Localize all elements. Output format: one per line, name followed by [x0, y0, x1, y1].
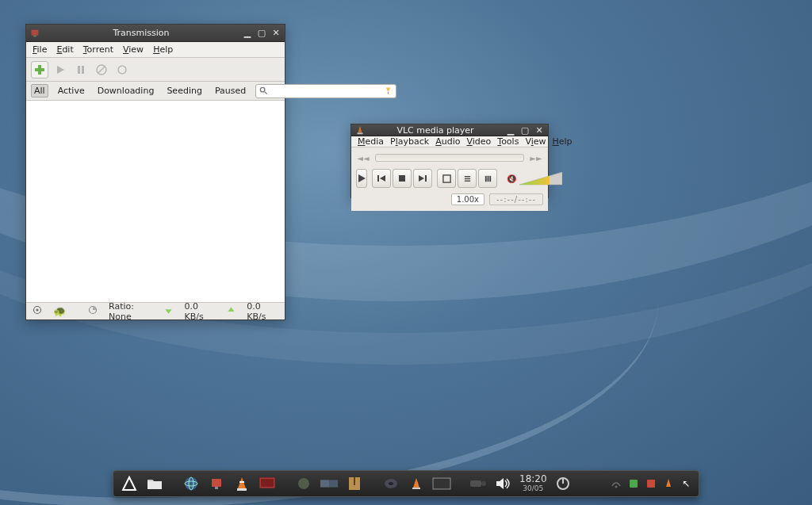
screenshot-icon[interactable] [258, 474, 277, 493]
start-torrent-button[interactable] [52, 61, 69, 78]
transmission-filterbar: All Active Downloading Seeding Paused [26, 82, 285, 101]
add-torrent-button[interactable] [31, 61, 48, 78]
down-speed: 0.0 KB/s [184, 301, 216, 322]
filter-all[interactable]: All [31, 84, 48, 98]
svg-marker-24 [419, 175, 424, 182]
vlc-tray-icon[interactable] [407, 474, 426, 493]
menu-audio[interactable]: Audio [435, 136, 460, 147]
updates-tray-icon[interactable] [627, 477, 640, 490]
vlc-title: VLC media player [369, 125, 502, 136]
svg-rect-3 [35, 68, 44, 71]
menu-help[interactable]: Help [153, 44, 173, 55]
extended-settings-button[interactable] [478, 169, 497, 188]
up-arrow-icon [227, 306, 236, 317]
svg-rect-1 [33, 35, 36, 36]
svg-marker-16 [166, 309, 172, 314]
svg-rect-43 [239, 481, 244, 483]
filter-active[interactable]: Active [55, 84, 88, 98]
close-button[interactable]: ✕ [270, 28, 282, 39]
svg-rect-30 [485, 175, 486, 181]
menu-tools[interactable]: Tools [497, 136, 519, 147]
menu-edit[interactable]: Edit [56, 44, 73, 55]
svg-rect-48 [329, 480, 338, 487]
seek-bar[interactable] [375, 154, 524, 162]
mute-button[interactable]: 🔇 [507, 174, 516, 183]
taskbar-panel[interactable]: 18:20 30/05 ↖ [113, 470, 699, 497]
power-icon[interactable] [553, 474, 573, 493]
vlc-menubar: Media Playback Audio Video Tools View He… [351, 136, 548, 147]
workspace-switcher-icon[interactable] [432, 474, 451, 493]
svg-rect-26 [442, 174, 450, 182]
filter-seeding[interactable]: Seeding [163, 84, 205, 98]
fullscreen-button[interactable] [437, 169, 456, 188]
menu-file[interactable]: File [33, 44, 47, 55]
file-manager-icon[interactable] [145, 474, 164, 493]
menu-video[interactable]: Video [466, 136, 491, 147]
volume-icon[interactable] [494, 474, 513, 493]
maximize-button[interactable]: ▢ [519, 124, 530, 136]
disk-utility-icon[interactable] [381, 474, 400, 493]
svg-point-10 [261, 87, 266, 92]
next-button[interactable] [413, 169, 432, 188]
torrent-list[interactable] [26, 101, 285, 302]
archive-icon[interactable] [345, 474, 364, 493]
app-menu-icon[interactable] [120, 474, 139, 493]
vlc-window[interactable]: VLC media player ▁ ▢ ✕ Media Playback Au… [350, 124, 549, 198]
play-button[interactable] [356, 169, 367, 188]
playlist-button[interactable] [458, 169, 477, 188]
network-tray-icon[interactable] [610, 477, 622, 490]
previous-button[interactable] [372, 169, 391, 188]
stop-button[interactable] [393, 169, 412, 188]
web-browser-icon[interactable] [182, 474, 201, 493]
clear-icon[interactable] [384, 86, 393, 95]
device-icon[interactable] [469, 474, 488, 493]
minimize-button[interactable]: ▁ [242, 28, 253, 39]
filter-search-box[interactable] [255, 84, 396, 98]
up-speed: 0.0 KB/s [247, 301, 278, 322]
svg-point-36 [185, 477, 197, 490]
properties-button[interactable] [113, 61, 131, 78]
vlc-launcher-icon[interactable] [232, 474, 251, 493]
clock[interactable]: 18:20 30/05 [519, 474, 547, 492]
transmission-window[interactable]: Transmission ▁ ▢ ✕ File Edit Torrent Vie… [25, 24, 285, 320]
menu-view[interactable]: View [525, 136, 546, 147]
folder-group-icon[interactable] [320, 474, 339, 493]
playback-rate[interactable]: 1.00x [451, 193, 485, 205]
maximize-button[interactable]: ▢ [256, 28, 267, 39]
transmission-menubar: File Edit Torrent View Help [26, 42, 285, 58]
alert-tray-icon[interactable] [645, 477, 657, 490]
transmission-app-icon [29, 28, 40, 39]
transmission-statusbar: 🐢 Ratio: None 0.0 KB/s 0.0 KB/s [26, 302, 285, 319]
down-arrow-icon [164, 306, 173, 317]
svg-rect-56 [434, 479, 450, 488]
close-button[interactable]: ✕ [534, 124, 545, 136]
system-tray: ↖ [610, 477, 692, 490]
system-app-icon[interactable] [294, 474, 313, 493]
svg-line-11 [265, 92, 267, 94]
faster-button[interactable]: ►► [529, 151, 543, 164]
settings-icon[interactable] [33, 305, 42, 317]
search-input[interactable] [271, 86, 381, 96]
turtle-icon[interactable]: 🐢 [53, 305, 66, 317]
clock-date: 30/05 [519, 485, 547, 493]
remove-torrent-button[interactable] [93, 61, 110, 78]
menu-media[interactable]: Media [358, 136, 384, 147]
transmission-titlebar[interactable]: Transmission ▁ ▢ ✕ [26, 25, 285, 42]
menu-playback[interactable]: Playback [390, 136, 429, 147]
ratio-label: Ratio: None [109, 301, 153, 322]
pause-torrent-button[interactable] [72, 61, 90, 78]
menu-help[interactable]: Help [553, 136, 573, 147]
transmission-launcher-icon[interactable] [207, 474, 226, 493]
volume-slider[interactable] [519, 170, 562, 186]
ratio-icon [88, 305, 98, 317]
slower-button[interactable]: ◄◄ [356, 151, 370, 164]
vlc-tray-small-icon[interactable] [662, 477, 675, 490]
svg-rect-23 [399, 175, 405, 182]
filter-paused[interactable]: Paused [212, 84, 249, 98]
minimize-button[interactable]: ▁ [505, 124, 516, 136]
vlc-titlebar[interactable]: VLC media player ▁ ▢ ✕ [351, 124, 548, 136]
menu-view[interactable]: View [123, 44, 144, 55]
svg-rect-50 [354, 477, 355, 485]
filter-downloading[interactable]: Downloading [94, 84, 158, 98]
menu-torrent[interactable]: Torrent [83, 44, 113, 55]
